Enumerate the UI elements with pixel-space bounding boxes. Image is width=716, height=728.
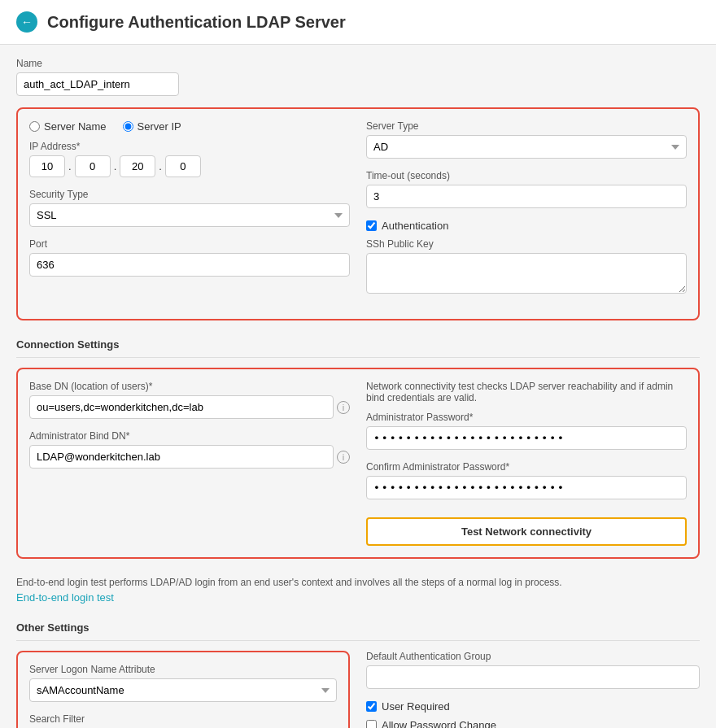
base-dn-info-icon[interactable]: i <box>337 401 350 414</box>
user-required-label: User Required <box>382 700 450 713</box>
default-auth-input[interactable] <box>366 665 700 689</box>
other-settings-right: Default Authentication Group User Requir… <box>366 651 700 728</box>
main-content: Name Server Name Server IP IP Addre <box>0 45 716 728</box>
other-settings-title: Other Settings <box>16 615 700 641</box>
ip-seg-3[interactable] <box>120 155 155 177</box>
user-required-checkbox[interactable] <box>366 701 377 712</box>
logon-name-select[interactable]: sAMAccountName userPrincipalName <box>29 678 337 702</box>
base-dn-group: Base DN (location of users)* i <box>29 381 350 419</box>
page-title: Configure Authentication LDAP Server <box>47 13 346 32</box>
search-filter-group: Search Filter <box>29 713 337 728</box>
server-type-select[interactable]: AD OpenLDAP <box>366 135 687 159</box>
server-name-radio[interactable]: Server Name <box>29 120 107 133</box>
ip-label: IP Address* <box>29 141 350 152</box>
name-section: Name <box>16 58 700 96</box>
allow-pwd-row: Allow Password Change <box>366 719 700 728</box>
authentication-row: Authentication <box>366 220 687 232</box>
allow-pwd-label: Allow Password Change <box>382 719 496 728</box>
network-note: Network connectivity test checks LDAP se… <box>366 381 687 403</box>
connection-settings-box: Base DN (location of users)* i Administr… <box>16 368 700 559</box>
confirm-password-group: Confirm Administrator Password* <box>366 461 687 499</box>
server-settings-box: Server Name Server IP IP Address* . . <box>16 107 700 320</box>
ip-row: . . . <box>29 155 350 177</box>
security-type-label: Security Type <box>29 189 350 200</box>
server-ip-radio[interactable]: Server IP <box>123 120 181 133</box>
security-type-select[interactable]: SSL TLS None <box>29 203 350 227</box>
port-group: Port <box>29 238 350 277</box>
admin-password-group: Administrator Password* <box>366 412 687 450</box>
admin-bind-input[interactable] <box>29 445 334 469</box>
admin-password-label: Administrator Password* <box>366 412 687 423</box>
page-header: ← Configure Authentication LDAP Server <box>0 0 716 45</box>
e2e-login-link[interactable]: End-to-end login test <box>16 591 114 604</box>
ip-seg-2[interactable] <box>75 155 111 177</box>
default-auth-group: Default Authentication Group <box>366 651 700 689</box>
back-button[interactable]: ← <box>16 11 37 33</box>
confirm-password-label: Confirm Administrator Password* <box>366 461 687 473</box>
admin-bind-label: Administrator Bind DN* <box>29 430 350 442</box>
other-settings-two-col: Server Logon Name Attribute sAMAccountNa… <box>16 651 700 728</box>
base-dn-input-row: i <box>29 395 350 419</box>
ip-seg-4[interactable] <box>165 155 201 177</box>
authentication-checkbox[interactable] <box>366 220 377 231</box>
admin-bind-group: Administrator Bind DN* i <box>29 430 350 469</box>
connection-right: Network connectivity test checks LDAP se… <box>366 381 687 546</box>
ssh-key-group: SSh Public Key <box>366 238 687 296</box>
name-label: Name <box>16 58 700 69</box>
admin-bind-info-icon[interactable]: i <box>337 451 350 464</box>
base-dn-input[interactable] <box>29 395 334 419</box>
default-auth-label: Default Authentication Group <box>366 651 700 662</box>
port-label: Port <box>29 238 350 250</box>
logon-name-group: Server Logon Name Attribute sAMAccountNa… <box>29 664 337 702</box>
ssh-key-textarea[interactable] <box>366 253 687 294</box>
admin-password-input[interactable] <box>366 426 687 450</box>
server-type-label: Server Type <box>366 120 687 132</box>
server-type-group: Server Type AD OpenLDAP <box>366 120 687 159</box>
connection-two-col: Base DN (location of users)* i Administr… <box>29 381 687 546</box>
server-right-col: Server Type AD OpenLDAP Time-out (second… <box>366 120 687 307</box>
authentication-label: Authentication <box>382 220 448 232</box>
logon-name-label: Server Logon Name Attribute <box>29 664 337 675</box>
connection-left: Base DN (location of users)* i Administr… <box>29 381 350 546</box>
test-connectivity-button[interactable]: Test Network connectivity <box>366 517 687 546</box>
server-left-col: Server Name Server IP IP Address* . . <box>29 120 350 307</box>
ip-seg-1[interactable] <box>29 155 65 177</box>
admin-bind-input-row: i <box>29 445 350 469</box>
base-dn-label: Base DN (location of users)* <box>29 381 350 392</box>
e2e-note: End-to-end login test performs LDAP/AD l… <box>16 577 700 588</box>
allow-pwd-checkbox[interactable] <box>366 720 377 728</box>
user-required-row: User Required <box>366 700 700 713</box>
connection-settings-title: Connection Settings <box>16 332 700 358</box>
security-type-group: Security Type SSL TLS None <box>29 189 350 227</box>
timeout-label: Time-out (seconds) <box>366 170 687 181</box>
ip-address-group: IP Address* . . . <box>29 141 350 177</box>
other-settings-left-box: Server Logon Name Attribute sAMAccountNa… <box>16 651 350 728</box>
server-two-col: Server Name Server IP IP Address* . . <box>29 120 687 307</box>
ssh-key-label: SSh Public Key <box>366 238 687 250</box>
name-input[interactable] <box>16 72 179 96</box>
search-filter-label: Search Filter <box>29 713 337 725</box>
timeout-input[interactable] <box>366 185 687 208</box>
port-input[interactable] <box>29 253 350 277</box>
confirm-password-input[interactable] <box>366 476 687 499</box>
server-type-radio-row: Server Name Server IP <box>29 120 350 133</box>
e2e-section: End-to-end login test performs LDAP/AD l… <box>16 570 700 615</box>
timeout-group: Time-out (seconds) <box>366 170 687 208</box>
